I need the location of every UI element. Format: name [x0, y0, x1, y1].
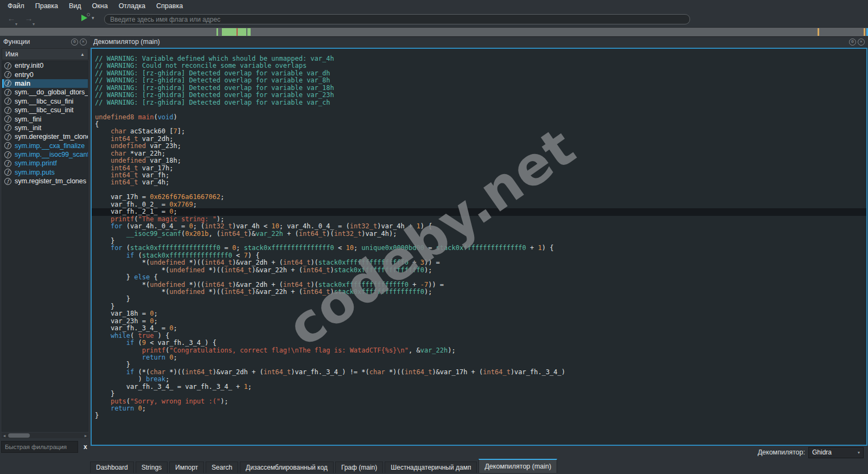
code-line: } else { — [92, 274, 866, 281]
debug-start-icon[interactable] — [81, 15, 87, 21]
name-column-header[interactable]: Имя ▲ — [2, 48, 88, 60]
function-list-item[interactable]: ƒsym.__libc_csu_fini — [2, 97, 88, 106]
function-name: main — [15, 80, 30, 87]
forward-arrow-icon: → — [25, 14, 33, 23]
quick-filter-input[interactable] — [1, 441, 78, 453]
panel-close-icon[interactable]: ✕ — [80, 39, 87, 46]
code-line: char acStack60 [7]; — [92, 128, 866, 135]
seek-segment — [216, 28, 218, 36]
code-line: } — [92, 390, 866, 398]
function-icon: ƒ — [4, 62, 11, 69]
code-line: undefined var_18h; — [92, 157, 866, 164]
menu-item[interactable]: Вид — [63, 1, 87, 11]
menu-item[interactable]: Правка — [30, 1, 63, 11]
bottom-tab[interactable]: Strings — [136, 462, 168, 473]
code-area[interactable]: // WARNING: Variable defined which shoul… — [92, 49, 866, 445]
bottom-tab[interactable]: Search — [206, 462, 238, 473]
function-name: sym._fini — [15, 116, 41, 123]
function-list-item[interactable]: ƒsym.__libc_csu_init — [2, 106, 88, 114]
status-bar: Декомпилятор: Ghidra ▾ — [90, 446, 868, 459]
decompiler-panel-titlebar: Декомпилятор (main) ⚙ ✕ — [90, 36, 868, 48]
cutter-window: ФайлПравкаВидОкнаОтладкаСправка ← ▾ → ▾ … — [0, 0, 868, 474]
scroll-right-icon[interactable]: ► — [83, 434, 88, 438]
horizontal-scrollbar[interactable]: ◄ ► — [2, 433, 88, 438]
function-name: entry0 — [15, 71, 34, 79]
function-list-item[interactable]: ƒmain — [2, 79, 88, 88]
function-list-item[interactable]: ƒsym.imp.__isoc99_scanf — [2, 150, 88, 159]
code-line: int64_t var_4h; — [92, 179, 866, 186]
code-line — [92, 106, 866, 113]
code-line: // WARNING: [rz-ghidra] Detected overlap… — [92, 70, 866, 77]
decompiler-select[interactable]: Ghidra ▾ — [808, 447, 864, 458]
code-line: } — [92, 296, 866, 303]
menu-bar: ФайлПравкаВидОкнаОтладкаСправка — [0, 0, 868, 12]
code-line: // WARNING: Variable defined which shoul… — [92, 55, 866, 62]
code-line: // WARNING: Could not reconcile some var… — [92, 62, 866, 69]
function-name: sym.imp.__cxa_finalize — [15, 142, 85, 150]
code-line: printf("The magic string: "); — [92, 216, 866, 223]
clear-filter-button[interactable]: x — [84, 443, 87, 451]
code-line: return 0; — [92, 354, 866, 361]
function-icon: ƒ — [4, 142, 11, 149]
code-line: undefined8 main(void) — [92, 114, 866, 121]
function-icon: ƒ — [4, 169, 11, 176]
function-list-item[interactable]: ƒentry.init0 — [2, 61, 88, 70]
function-list-item[interactable]: ƒsym.register_tm_clones — [2, 177, 88, 185]
bottom-tab[interactable]: Импорт — [169, 462, 204, 473]
panel-menu-icon[interactable]: ⚙ — [71, 39, 78, 46]
functions-panel-titlebar: Функции ⚙ ✕ — [0, 36, 90, 48]
bottom-tab[interactable]: Дизассемблированный код — [240, 462, 334, 473]
code-line: } — [92, 412, 866, 419]
function-list-item[interactable]: ƒsym.imp.__cxa_finalize — [2, 142, 88, 150]
function-list-item[interactable]: ƒsym.imp.puts — [2, 168, 88, 177]
scroll-left-icon[interactable]: ◄ — [2, 434, 7, 438]
code-line: return 0; — [92, 405, 866, 412]
function-list-item[interactable]: ƒsym._fini — [2, 114, 88, 123]
bottom-tab[interactable]: Dashboard — [90, 462, 134, 473]
function-icon: ƒ — [4, 160, 11, 167]
forward-button[interactable]: → ▾ — [22, 14, 36, 24]
seek-segment — [247, 28, 251, 36]
code-line: int64_t var_fh; — [92, 172, 866, 179]
menu-item[interactable]: Файл — [2, 1, 30, 11]
code-line: *(undefined *)((int64_t)&var_2dh + (int6… — [92, 281, 866, 289]
function-icon: ƒ — [4, 89, 11, 96]
bottom-tab[interactable]: Декомпилятор (main) — [478, 459, 557, 473]
debug-options-caret-icon[interactable]: ▾ — [92, 15, 94, 21]
function-list-item[interactable]: ƒsym.imp.printf — [2, 159, 88, 168]
functions-panel: Функции ⚙ ✕ Имя ▲ ƒentry.init0ƒentry0ƒma… — [0, 36, 90, 459]
menu-item[interactable]: Справка — [151, 1, 188, 11]
code-line: puts("Sorry, wrong input :("); — [92, 398, 866, 405]
code-line: } — [92, 361, 866, 368]
code-line: // WARNING: [rz-ghidra] Detected overlap… — [92, 77, 866, 84]
code-line: var_18h = 0; — [92, 310, 866, 317]
seek-tick — [864, 28, 865, 36]
function-list: ƒentry.init0ƒentry0ƒmainƒsym.__do_global… — [2, 61, 88, 432]
function-list-item[interactable]: ƒsym._init — [2, 124, 88, 132]
function-icon: ƒ — [4, 133, 11, 140]
scroll-thumb[interactable] — [8, 433, 30, 438]
function-icon: ƒ — [4, 178, 11, 185]
code-line: undefined var_23h; — [92, 143, 866, 150]
panel-menu-icon[interactable]: ⚙ — [849, 39, 856, 46]
function-name: sym.__libc_csu_init — [15, 106, 73, 114]
function-list-item[interactable]: ƒsym.__do_global_dtors_aux — [2, 88, 88, 97]
function-icon: ƒ — [4, 116, 11, 123]
code-line: int64_t var_17h; — [92, 165, 866, 172]
bottom-tab[interactable]: Шестнадцатеричный дамп — [385, 462, 477, 473]
function-icon: ƒ — [4, 151, 11, 158]
function-list-item[interactable]: ƒsym.deregister_tm_clones — [2, 132, 88, 141]
function-icon: ƒ — [4, 107, 11, 114]
back-button[interactable]: ← ▾ — [4, 14, 18, 24]
sort-ascending-icon: ▲ — [80, 52, 85, 57]
panel-close-icon[interactable]: ✕ — [858, 39, 865, 46]
function-list-item[interactable]: ƒentry0 — [2, 70, 88, 79]
tab-bar: DashboardStringsИмпортSearchДизассемблир… — [90, 459, 868, 473]
code-line: if (9 < var_fh._3_4_) { — [92, 340, 866, 347]
flag-address-search-input[interactable] — [104, 14, 690, 24]
menu-item[interactable]: Окна — [87, 1, 113, 11]
menu-item[interactable]: Отладка — [113, 1, 151, 11]
code-line: while( true ) { — [92, 332, 866, 340]
bottom-tab[interactable]: Граф (main) — [335, 462, 383, 473]
functions-panel-title: Функции — [3, 38, 30, 46]
